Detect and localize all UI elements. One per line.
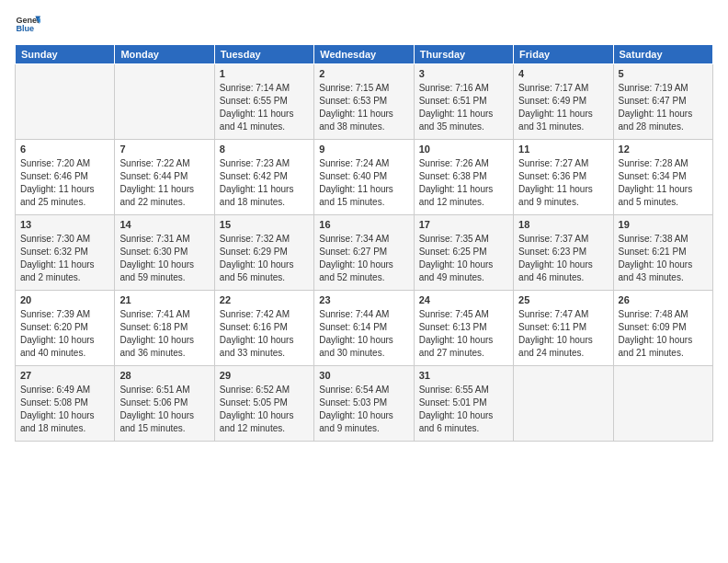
day-info: Sunset: 6:32 PM — [20, 246, 109, 259]
calendar-day-header: Sunday — [16, 45, 115, 64]
day-info: Sunrise: 6:51 AM — [119, 384, 209, 396]
calendar-cell: 7Sunrise: 7:22 AMSunset: 6:44 PMDaylight… — [115, 140, 214, 215]
day-info: Daylight: 10 hours and 21 minutes. — [619, 334, 708, 360]
day-number: 27 — [20, 369, 109, 383]
svg-text:Blue: Blue — [16, 24, 34, 33]
day-info: Sunrise: 7:26 AM — [419, 157, 508, 170]
day-info: Sunrise: 7:41 AM — [119, 308, 209, 321]
calendar-week-row: 1Sunrise: 7:14 AMSunset: 6:55 PMDaylight… — [16, 64, 713, 140]
day-info: Daylight: 10 hours and 40 minutes. — [20, 334, 109, 360]
day-number: 25 — [518, 293, 608, 307]
calendar-week-row: 20Sunrise: 7:39 AMSunset: 6:20 PMDayligh… — [16, 291, 713, 366]
calendar-cell: 5Sunrise: 7:19 AMSunset: 6:47 PMDaylight… — [613, 64, 712, 140]
day-info: Sunrise: 7:45 AM — [419, 308, 508, 321]
calendar-cell: 9Sunrise: 7:24 AMSunset: 6:40 PMDaylight… — [314, 140, 414, 215]
calendar-cell: 15Sunrise: 7:32 AMSunset: 6:29 PMDayligh… — [214, 215, 313, 291]
day-info: Sunset: 6:34 PM — [619, 170, 708, 183]
calendar-day-header: Saturday — [613, 45, 712, 64]
calendar-week-row: 27Sunrise: 6:49 AMSunset: 5:08 PMDayligh… — [16, 366, 713, 442]
day-number: 9 — [319, 143, 408, 156]
calendar-cell: 2Sunrise: 7:15 AMSunset: 6:53 PMDaylight… — [314, 64, 414, 140]
calendar-cell: 21Sunrise: 7:41 AMSunset: 6:18 PMDayligh… — [115, 291, 214, 366]
day-info: Sunrise: 6:52 AM — [220, 384, 309, 396]
day-number: 13 — [20, 218, 109, 232]
day-number: 30 — [319, 369, 408, 383]
day-number: 26 — [619, 293, 708, 307]
day-info: Sunset: 5:08 PM — [20, 396, 109, 409]
day-info: Sunrise: 7:44 AM — [319, 308, 408, 321]
calendar-day-header: Thursday — [414, 45, 513, 64]
day-info: Daylight: 11 hours and 2 minutes. — [20, 259, 109, 284]
day-number: 15 — [220, 218, 309, 232]
day-info: Sunset: 5:01 PM — [419, 396, 508, 409]
day-info: Sunset: 5:05 PM — [220, 396, 309, 409]
day-info: Daylight: 11 hours and 35 minutes. — [419, 108, 508, 133]
day-info: Daylight: 11 hours and 9 minutes. — [518, 183, 608, 209]
calendar-day-header: Monday — [115, 45, 214, 64]
day-info: Daylight: 10 hours and 33 minutes. — [220, 334, 309, 360]
day-info: Sunrise: 7:35 AM — [419, 233, 508, 246]
day-info: Sunrise: 7:16 AM — [419, 82, 508, 95]
calendar-cell: 8Sunrise: 7:23 AMSunset: 6:42 PMDaylight… — [214, 140, 313, 215]
day-info: Sunset: 6:29 PM — [220, 246, 309, 259]
day-info: Sunset: 6:21 PM — [619, 246, 708, 259]
day-number: 31 — [419, 369, 508, 383]
day-number: 8 — [220, 143, 309, 156]
day-info: Daylight: 11 hours and 22 minutes. — [119, 183, 209, 209]
day-info: Daylight: 10 hours and 43 minutes. — [619, 259, 708, 284]
page-container: General Blue SundayMondayTuesdayWednesda… — [0, 0, 728, 449]
day-number: 19 — [619, 218, 708, 232]
day-info: Sunset: 6:18 PM — [119, 321, 209, 334]
day-number: 28 — [119, 369, 209, 383]
day-info: Daylight: 10 hours and 15 minutes. — [119, 409, 209, 435]
day-number: 18 — [518, 218, 608, 232]
calendar-cell: 11Sunrise: 7:27 AMSunset: 6:36 PMDayligh… — [514, 140, 613, 215]
day-info: Daylight: 11 hours and 15 minutes. — [319, 183, 408, 209]
day-info: Daylight: 11 hours and 25 minutes. — [20, 183, 109, 209]
calendar-cell: 18Sunrise: 7:37 AMSunset: 6:23 PMDayligh… — [514, 215, 613, 291]
calendar-cell: 20Sunrise: 7:39 AMSunset: 6:20 PMDayligh… — [16, 291, 115, 366]
day-info: Daylight: 10 hours and 49 minutes. — [419, 259, 508, 284]
calendar-cell: 10Sunrise: 7:26 AMSunset: 6:38 PMDayligh… — [414, 140, 513, 215]
day-info: Sunset: 6:23 PM — [518, 246, 608, 259]
day-info: Sunset: 6:09 PM — [619, 321, 708, 334]
day-number: 21 — [119, 293, 209, 307]
day-info: Sunrise: 7:31 AM — [119, 233, 209, 246]
calendar-day-header: Wednesday — [314, 45, 414, 64]
day-info: Sunrise: 7:14 AM — [220, 82, 309, 95]
calendar-cell — [16, 64, 115, 140]
day-info: Sunset: 6:27 PM — [319, 246, 408, 259]
day-info: Sunrise: 6:49 AM — [20, 384, 109, 396]
calendar-day-header: Friday — [514, 45, 613, 64]
day-number: 17 — [419, 218, 508, 232]
day-number: 1 — [220, 67, 309, 81]
calendar-cell: 12Sunrise: 7:28 AMSunset: 6:34 PMDayligh… — [613, 140, 712, 215]
calendar-cell: 28Sunrise: 6:51 AMSunset: 5:06 PMDayligh… — [115, 366, 214, 442]
day-info: Sunrise: 7:39 AM — [20, 308, 109, 321]
calendar-cell: 17Sunrise: 7:35 AMSunset: 6:25 PMDayligh… — [414, 215, 513, 291]
day-info: Sunset: 6:44 PM — [119, 170, 209, 183]
day-info: Sunrise: 7:20 AM — [20, 157, 109, 170]
day-number: 5 — [619, 67, 708, 81]
day-info: Sunrise: 7:32 AM — [220, 233, 309, 246]
day-number: 16 — [319, 218, 408, 232]
day-info: Sunset: 6:25 PM — [419, 246, 508, 259]
day-number: 2 — [319, 67, 408, 81]
day-info: Daylight: 11 hours and 5 minutes. — [619, 183, 708, 209]
day-number: 7 — [119, 143, 209, 156]
day-info: Daylight: 10 hours and 30 minutes. — [319, 334, 408, 360]
day-info: Daylight: 11 hours and 38 minutes. — [319, 108, 408, 133]
logo: General Blue — [15, 11, 44, 37]
day-info: Sunrise: 7:19 AM — [619, 82, 708, 95]
calendar-cell — [115, 64, 214, 140]
calendar-cell — [514, 366, 613, 442]
page-header: General Blue — [15, 11, 713, 37]
day-info: Sunrise: 7:37 AM — [518, 233, 608, 246]
day-info: Daylight: 10 hours and 27 minutes. — [419, 334, 508, 360]
day-info: Sunrise: 7:38 AM — [619, 233, 708, 246]
calendar-week-row: 13Sunrise: 7:30 AMSunset: 6:32 PMDayligh… — [16, 215, 713, 291]
calendar-cell: 22Sunrise: 7:42 AMSunset: 6:16 PMDayligh… — [214, 291, 313, 366]
calendar-week-row: 6Sunrise: 7:20 AMSunset: 6:46 PMDaylight… — [16, 140, 713, 215]
day-info: Sunrise: 7:15 AM — [319, 82, 408, 95]
day-info: Sunrise: 7:42 AM — [220, 308, 309, 321]
